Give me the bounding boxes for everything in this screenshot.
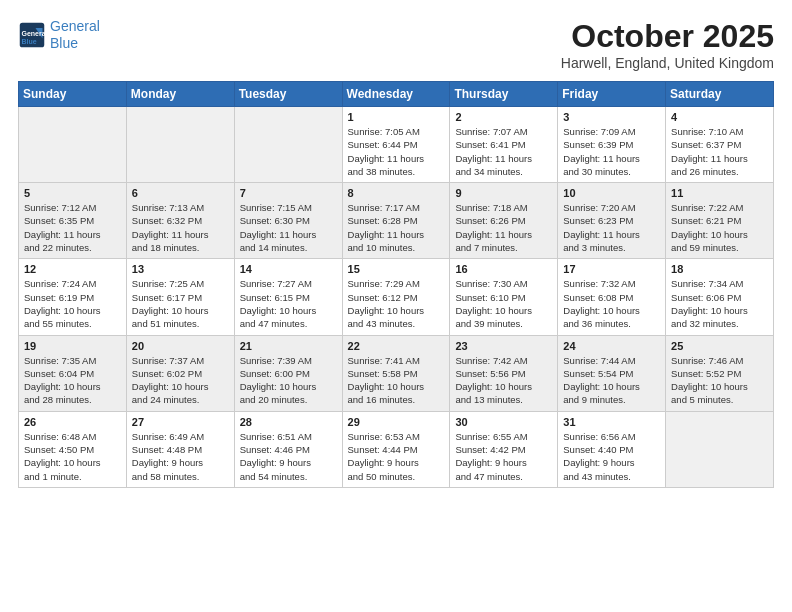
day-number: 24	[563, 340, 660, 352]
day-number: 21	[240, 340, 337, 352]
table-row: 21Sunrise: 7:39 AM Sunset: 6:00 PM Dayli…	[234, 335, 342, 411]
day-info: Sunrise: 7:18 AM Sunset: 6:26 PM Dayligh…	[455, 201, 552, 254]
table-row	[666, 411, 774, 487]
table-row: 10Sunrise: 7:20 AM Sunset: 6:23 PM Dayli…	[558, 183, 666, 259]
col-thursday: Thursday	[450, 82, 558, 107]
table-row: 28Sunrise: 6:51 AM Sunset: 4:46 PM Dayli…	[234, 411, 342, 487]
day-number: 8	[348, 187, 445, 199]
table-row: 1Sunrise: 7:05 AM Sunset: 6:44 PM Daylig…	[342, 107, 450, 183]
table-row: 27Sunrise: 6:49 AM Sunset: 4:48 PM Dayli…	[126, 411, 234, 487]
col-friday: Friday	[558, 82, 666, 107]
day-info: Sunrise: 7:10 AM Sunset: 6:37 PM Dayligh…	[671, 125, 768, 178]
day-number: 22	[348, 340, 445, 352]
day-info: Sunrise: 7:42 AM Sunset: 5:56 PM Dayligh…	[455, 354, 552, 407]
day-info: Sunrise: 6:53 AM Sunset: 4:44 PM Dayligh…	[348, 430, 445, 483]
calendar-week-row: 26Sunrise: 6:48 AM Sunset: 4:50 PM Dayli…	[19, 411, 774, 487]
calendar-week-row: 1Sunrise: 7:05 AM Sunset: 6:44 PM Daylig…	[19, 107, 774, 183]
day-number: 5	[24, 187, 121, 199]
day-number: 4	[671, 111, 768, 123]
table-row: 19Sunrise: 7:35 AM Sunset: 6:04 PM Dayli…	[19, 335, 127, 411]
day-info: Sunrise: 6:51 AM Sunset: 4:46 PM Dayligh…	[240, 430, 337, 483]
day-number: 16	[455, 263, 552, 275]
day-number: 20	[132, 340, 229, 352]
day-number: 3	[563, 111, 660, 123]
logo-blue: Blue	[50, 35, 78, 51]
logo-general: General	[50, 18, 100, 34]
table-row: 12Sunrise: 7:24 AM Sunset: 6:19 PM Dayli…	[19, 259, 127, 335]
day-number: 19	[24, 340, 121, 352]
day-number: 31	[563, 416, 660, 428]
day-info: Sunrise: 6:49 AM Sunset: 4:48 PM Dayligh…	[132, 430, 229, 483]
day-number: 10	[563, 187, 660, 199]
day-number: 18	[671, 263, 768, 275]
table-row: 29Sunrise: 6:53 AM Sunset: 4:44 PM Dayli…	[342, 411, 450, 487]
table-row: 3Sunrise: 7:09 AM Sunset: 6:39 PM Daylig…	[558, 107, 666, 183]
calendar-week-row: 5Sunrise: 7:12 AM Sunset: 6:35 PM Daylig…	[19, 183, 774, 259]
table-row: 31Sunrise: 6:56 AM Sunset: 4:40 PM Dayli…	[558, 411, 666, 487]
day-info: Sunrise: 7:41 AM Sunset: 5:58 PM Dayligh…	[348, 354, 445, 407]
logo-text: General Blue	[50, 18, 100, 52]
table-row: 14Sunrise: 7:27 AM Sunset: 6:15 PM Dayli…	[234, 259, 342, 335]
svg-text:Blue: Blue	[22, 38, 37, 45]
logo-icon: General Blue	[18, 21, 46, 49]
logo: General Blue General Blue	[18, 18, 100, 52]
table-row: 6Sunrise: 7:13 AM Sunset: 6:32 PM Daylig…	[126, 183, 234, 259]
day-number: 28	[240, 416, 337, 428]
day-number: 17	[563, 263, 660, 275]
table-row: 9Sunrise: 7:18 AM Sunset: 6:26 PM Daylig…	[450, 183, 558, 259]
day-number: 9	[455, 187, 552, 199]
day-number: 15	[348, 263, 445, 275]
table-row: 30Sunrise: 6:55 AM Sunset: 4:42 PM Dayli…	[450, 411, 558, 487]
day-info: Sunrise: 7:25 AM Sunset: 6:17 PM Dayligh…	[132, 277, 229, 330]
calendar-week-row: 19Sunrise: 7:35 AM Sunset: 6:04 PM Dayli…	[19, 335, 774, 411]
day-info: Sunrise: 7:46 AM Sunset: 5:52 PM Dayligh…	[671, 354, 768, 407]
table-row: 16Sunrise: 7:30 AM Sunset: 6:10 PM Dayli…	[450, 259, 558, 335]
day-number: 27	[132, 416, 229, 428]
day-number: 23	[455, 340, 552, 352]
table-row: 4Sunrise: 7:10 AM Sunset: 6:37 PM Daylig…	[666, 107, 774, 183]
table-row: 18Sunrise: 7:34 AM Sunset: 6:06 PM Dayli…	[666, 259, 774, 335]
day-number: 13	[132, 263, 229, 275]
table-row: 24Sunrise: 7:44 AM Sunset: 5:54 PM Dayli…	[558, 335, 666, 411]
day-info: Sunrise: 7:29 AM Sunset: 6:12 PM Dayligh…	[348, 277, 445, 330]
col-sunday: Sunday	[19, 82, 127, 107]
day-info: Sunrise: 7:17 AM Sunset: 6:28 PM Dayligh…	[348, 201, 445, 254]
day-info: Sunrise: 7:20 AM Sunset: 6:23 PM Dayligh…	[563, 201, 660, 254]
title-block: October 2025 Harwell, England, United Ki…	[561, 18, 774, 71]
day-number: 25	[671, 340, 768, 352]
table-row	[234, 107, 342, 183]
day-info: Sunrise: 7:22 AM Sunset: 6:21 PM Dayligh…	[671, 201, 768, 254]
table-row: 22Sunrise: 7:41 AM Sunset: 5:58 PM Dayli…	[342, 335, 450, 411]
table-row: 2Sunrise: 7:07 AM Sunset: 6:41 PM Daylig…	[450, 107, 558, 183]
table-row	[126, 107, 234, 183]
day-info: Sunrise: 6:56 AM Sunset: 4:40 PM Dayligh…	[563, 430, 660, 483]
day-number: 26	[24, 416, 121, 428]
day-number: 30	[455, 416, 552, 428]
table-row: 8Sunrise: 7:17 AM Sunset: 6:28 PM Daylig…	[342, 183, 450, 259]
table-row: 17Sunrise: 7:32 AM Sunset: 6:08 PM Dayli…	[558, 259, 666, 335]
table-row: 26Sunrise: 6:48 AM Sunset: 4:50 PM Dayli…	[19, 411, 127, 487]
day-info: Sunrise: 7:39 AM Sunset: 6:00 PM Dayligh…	[240, 354, 337, 407]
day-info: Sunrise: 6:55 AM Sunset: 4:42 PM Dayligh…	[455, 430, 552, 483]
day-info: Sunrise: 7:35 AM Sunset: 6:04 PM Dayligh…	[24, 354, 121, 407]
day-number: 29	[348, 416, 445, 428]
day-info: Sunrise: 6:48 AM Sunset: 4:50 PM Dayligh…	[24, 430, 121, 483]
table-row: 11Sunrise: 7:22 AM Sunset: 6:21 PM Dayli…	[666, 183, 774, 259]
col-tuesday: Tuesday	[234, 82, 342, 107]
day-info: Sunrise: 7:07 AM Sunset: 6:41 PM Dayligh…	[455, 125, 552, 178]
location: Harwell, England, United Kingdom	[561, 55, 774, 71]
col-monday: Monday	[126, 82, 234, 107]
table-row: 13Sunrise: 7:25 AM Sunset: 6:17 PM Dayli…	[126, 259, 234, 335]
day-number: 1	[348, 111, 445, 123]
col-wednesday: Wednesday	[342, 82, 450, 107]
day-info: Sunrise: 7:12 AM Sunset: 6:35 PM Dayligh…	[24, 201, 121, 254]
day-info: Sunrise: 7:27 AM Sunset: 6:15 PM Dayligh…	[240, 277, 337, 330]
day-info: Sunrise: 7:09 AM Sunset: 6:39 PM Dayligh…	[563, 125, 660, 178]
day-number: 14	[240, 263, 337, 275]
page: General Blue General Blue October 2025 H…	[0, 0, 792, 612]
table-row	[19, 107, 127, 183]
day-number: 6	[132, 187, 229, 199]
table-row: 5Sunrise: 7:12 AM Sunset: 6:35 PM Daylig…	[19, 183, 127, 259]
table-row: 7Sunrise: 7:15 AM Sunset: 6:30 PM Daylig…	[234, 183, 342, 259]
day-info: Sunrise: 7:34 AM Sunset: 6:06 PM Dayligh…	[671, 277, 768, 330]
